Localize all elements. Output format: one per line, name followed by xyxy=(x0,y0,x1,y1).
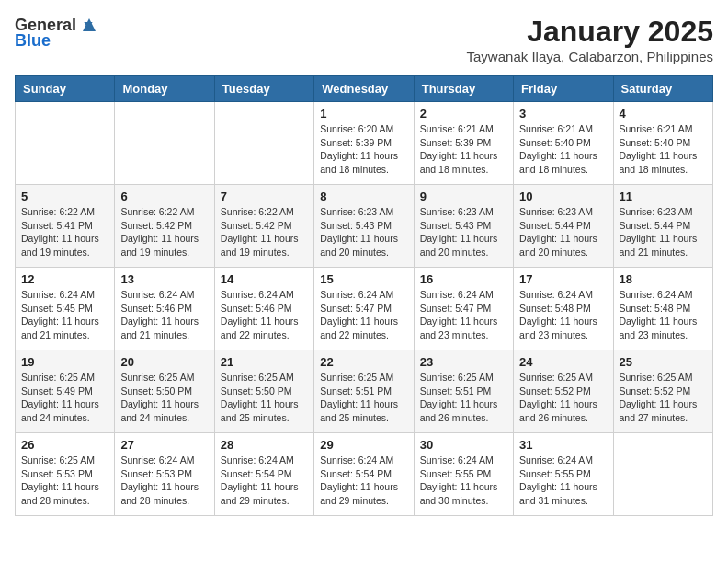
week-row-5: 26 Sunrise: 6:25 AMSunset: 5:53 PMDaylig… xyxy=(16,433,713,516)
table-row: 24 Sunrise: 6:25 AMSunset: 5:52 PMDaylig… xyxy=(514,350,613,433)
header-monday: Monday xyxy=(115,76,214,102)
table-row xyxy=(16,102,115,185)
header-wednesday: Wednesday xyxy=(314,76,414,102)
table-row: 1 Sunrise: 6:20 AMSunset: 5:39 PMDayligh… xyxy=(314,102,414,185)
table-row: 17 Sunrise: 6:24 AMSunset: 5:48 PMDaylig… xyxy=(514,268,613,350)
day-info: Sunrise: 6:24 AMSunset: 5:55 PMDaylight:… xyxy=(420,454,507,508)
day-info: Sunrise: 6:21 AMSunset: 5:40 PMDaylight:… xyxy=(519,122,607,177)
table-row: 9 Sunrise: 6:23 AMSunset: 5:43 PMDayligh… xyxy=(414,185,513,268)
table-row: 26 Sunrise: 6:25 AMSunset: 5:53 PMDaylig… xyxy=(16,433,115,516)
day-info: Sunrise: 6:24 AMSunset: 5:48 PMDaylight:… xyxy=(519,288,607,342)
day-number: 17 xyxy=(519,272,607,286)
day-number: 15 xyxy=(320,272,407,286)
day-number: 16 xyxy=(420,272,507,286)
day-info: Sunrise: 6:24 AMSunset: 5:54 PMDaylight:… xyxy=(320,454,407,508)
title-block: January 2025 Taywanak Ilaya, Calabarzon,… xyxy=(467,15,713,64)
table-row: 13 Sunrise: 6:24 AMSunset: 5:46 PMDaylig… xyxy=(115,268,214,350)
day-info: Sunrise: 6:24 AMSunset: 5:55 PMDaylight:… xyxy=(519,454,607,508)
day-number: 3 xyxy=(519,107,607,121)
day-number: 26 xyxy=(21,438,108,452)
table-row: 23 Sunrise: 6:25 AMSunset: 5:51 PMDaylig… xyxy=(414,350,513,433)
day-number: 10 xyxy=(519,190,607,203)
table-row: 30 Sunrise: 6:24 AMSunset: 5:55 PMDaylig… xyxy=(414,433,513,516)
logo-icon xyxy=(79,15,99,35)
day-number: 11 xyxy=(620,190,707,203)
table-row: 28 Sunrise: 6:24 AMSunset: 5:54 PMDaylig… xyxy=(214,433,313,516)
day-info: Sunrise: 6:24 AMSunset: 5:47 PMDaylight:… xyxy=(420,288,507,342)
logo-blue: Blue xyxy=(15,31,51,51)
table-row: 3 Sunrise: 6:21 AMSunset: 5:40 PMDayligh… xyxy=(514,102,613,185)
page-header: General Blue January 2025 Taywanak Ilaya… xyxy=(15,15,713,64)
table-row: 2 Sunrise: 6:21 AMSunset: 5:39 PMDayligh… xyxy=(414,102,513,185)
day-number: 29 xyxy=(320,438,407,452)
table-row: 6 Sunrise: 6:22 AMSunset: 5:42 PMDayligh… xyxy=(115,185,214,268)
header-saturday: Saturday xyxy=(613,76,712,102)
table-row: 25 Sunrise: 6:25 AMSunset: 5:52 PMDaylig… xyxy=(613,350,712,433)
day-number: 13 xyxy=(120,272,208,286)
day-number: 31 xyxy=(519,438,607,452)
day-info: Sunrise: 6:20 AMSunset: 5:39 PMDaylight:… xyxy=(320,122,407,177)
day-number: 24 xyxy=(519,355,607,369)
day-number: 4 xyxy=(620,107,707,121)
weekday-header-row: Sunday Monday Tuesday Wednesday Thursday… xyxy=(16,76,713,102)
week-row-4: 19 Sunrise: 6:25 AMSunset: 5:49 PMDaylig… xyxy=(16,350,713,433)
day-info: Sunrise: 6:22 AMSunset: 5:42 PMDaylight:… xyxy=(221,205,308,259)
day-number: 2 xyxy=(420,107,507,121)
day-number: 20 xyxy=(120,355,208,369)
table-row: 29 Sunrise: 6:24 AMSunset: 5:54 PMDaylig… xyxy=(314,433,414,516)
day-info: Sunrise: 6:25 AMSunset: 5:52 PMDaylight:… xyxy=(519,371,607,425)
day-info: Sunrise: 6:25 AMSunset: 5:52 PMDaylight:… xyxy=(620,371,707,425)
day-info: Sunrise: 6:25 AMSunset: 5:50 PMDaylight:… xyxy=(120,371,208,425)
day-info: Sunrise: 6:23 AMSunset: 5:43 PMDaylight:… xyxy=(420,205,507,259)
table-row xyxy=(214,102,313,185)
day-number: 12 xyxy=(21,272,108,286)
header-friday: Friday xyxy=(514,76,613,102)
table-row xyxy=(115,102,214,185)
calendar-title: January 2025 xyxy=(467,15,713,49)
day-info: Sunrise: 6:21 AMSunset: 5:39 PMDaylight:… xyxy=(420,122,507,177)
day-info: Sunrise: 6:24 AMSunset: 5:54 PMDaylight:… xyxy=(221,454,308,508)
header-thursday: Thursday xyxy=(414,76,513,102)
day-info: Sunrise: 6:22 AMSunset: 5:41 PMDaylight:… xyxy=(21,205,108,259)
table-row: 18 Sunrise: 6:24 AMSunset: 5:48 PMDaylig… xyxy=(613,268,712,350)
table-row xyxy=(613,433,712,516)
table-row: 5 Sunrise: 6:22 AMSunset: 5:41 PMDayligh… xyxy=(16,185,115,268)
table-row: 14 Sunrise: 6:24 AMSunset: 5:46 PMDaylig… xyxy=(214,268,313,350)
day-info: Sunrise: 6:25 AMSunset: 5:50 PMDaylight:… xyxy=(221,371,308,425)
calendar-table: Sunday Monday Tuesday Wednesday Thursday… xyxy=(15,75,713,516)
day-info: Sunrise: 6:24 AMSunset: 5:45 PMDaylight:… xyxy=(21,288,108,342)
calendar-subtitle: Taywanak Ilaya, Calabarzon, Philippines xyxy=(467,49,713,64)
week-row-2: 5 Sunrise: 6:22 AMSunset: 5:41 PMDayligh… xyxy=(16,185,713,268)
table-row: 11 Sunrise: 6:23 AMSunset: 5:44 PMDaylig… xyxy=(613,185,712,268)
day-number: 18 xyxy=(620,272,707,286)
table-row: 12 Sunrise: 6:24 AMSunset: 5:45 PMDaylig… xyxy=(16,268,115,350)
day-info: Sunrise: 6:24 AMSunset: 5:53 PMDaylight:… xyxy=(120,454,208,508)
table-row: 22 Sunrise: 6:25 AMSunset: 5:51 PMDaylig… xyxy=(314,350,414,433)
table-row: 31 Sunrise: 6:24 AMSunset: 5:55 PMDaylig… xyxy=(514,433,613,516)
table-row: 4 Sunrise: 6:21 AMSunset: 5:40 PMDayligh… xyxy=(613,102,712,185)
day-number: 19 xyxy=(21,355,108,369)
day-info: Sunrise: 6:24 AMSunset: 5:48 PMDaylight:… xyxy=(620,288,707,342)
day-info: Sunrise: 6:23 AMSunset: 5:44 PMDaylight:… xyxy=(519,205,607,259)
day-number: 21 xyxy=(221,355,308,369)
day-number: 6 xyxy=(120,190,208,203)
day-info: Sunrise: 6:25 AMSunset: 5:49 PMDaylight:… xyxy=(21,371,108,425)
day-number: 25 xyxy=(620,355,707,369)
day-number: 23 xyxy=(420,355,507,369)
day-info: Sunrise: 6:24 AMSunset: 5:46 PMDaylight:… xyxy=(221,288,308,342)
day-info: Sunrise: 6:22 AMSunset: 5:42 PMDaylight:… xyxy=(120,205,208,259)
day-number: 30 xyxy=(420,438,507,452)
table-row: 19 Sunrise: 6:25 AMSunset: 5:49 PMDaylig… xyxy=(16,350,115,433)
header-sunday: Sunday xyxy=(16,76,115,102)
day-number: 27 xyxy=(120,438,208,452)
table-row: 8 Sunrise: 6:23 AMSunset: 5:43 PMDayligh… xyxy=(314,185,414,268)
table-row: 16 Sunrise: 6:24 AMSunset: 5:47 PMDaylig… xyxy=(414,268,513,350)
week-row-3: 12 Sunrise: 6:24 AMSunset: 5:45 PMDaylig… xyxy=(16,268,713,350)
day-number: 22 xyxy=(320,355,407,369)
day-number: 14 xyxy=(221,272,308,286)
day-info: Sunrise: 6:23 AMSunset: 5:44 PMDaylight:… xyxy=(620,205,707,259)
table-row: 20 Sunrise: 6:25 AMSunset: 5:50 PMDaylig… xyxy=(115,350,214,433)
day-number: 1 xyxy=(320,107,407,121)
logo: General Blue xyxy=(15,15,99,51)
table-row: 27 Sunrise: 6:24 AMSunset: 5:53 PMDaylig… xyxy=(115,433,214,516)
